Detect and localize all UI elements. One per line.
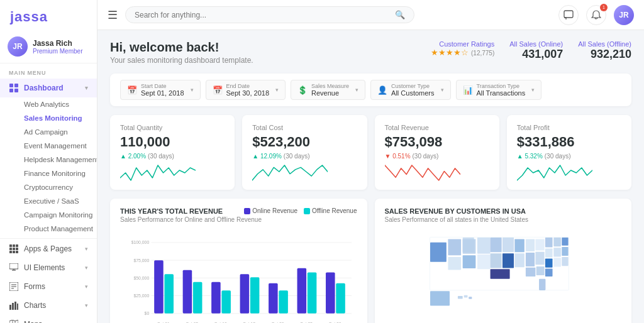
sidebar-item-ui-elements[interactable]: UI Elements ▾ bbox=[0, 258, 97, 277]
filter-transaction-type[interactable]: 📊 Transaction Type All Transactions ▾ bbox=[456, 80, 542, 100]
svg-rect-9 bbox=[16, 248, 18, 250]
sidebar-item-cryptocurrency[interactable]: Cryptocurrency bbox=[0, 180, 97, 194]
notification-badge: 1 bbox=[600, 4, 608, 11]
kpi-sparkline-0 bbox=[120, 163, 225, 183]
sidebar-item-maps[interactable]: Maps ▾ bbox=[0, 315, 97, 323]
svg-rect-94 bbox=[469, 297, 472, 299]
topbar-icons: 1 JR bbox=[558, 5, 634, 25]
sidebar-item-charts[interactable]: Charts ▾ bbox=[0, 296, 97, 315]
customer-ratings-label: Customer Ratings bbox=[431, 40, 494, 48]
chevron-icon: ▾ bbox=[85, 85, 88, 91]
svg-rect-27 bbox=[564, 11, 573, 18]
filter-start-label: Start Date bbox=[141, 83, 184, 89]
map-chart-title: SALES REVENUE BY CUSTOMERS IN USA bbox=[385, 207, 622, 215]
svg-rect-73 bbox=[525, 239, 534, 251]
legend-dot-0 bbox=[244, 208, 250, 214]
sidebar-section-label: MAIN MENU bbox=[0, 63, 97, 79]
svg-rect-86 bbox=[490, 269, 509, 279]
sidebar-charts-label: Charts bbox=[24, 301, 46, 310]
svg-rect-8 bbox=[13, 248, 15, 250]
sidebar-item-executive-saas[interactable]: Executive / SaaS bbox=[0, 194, 97, 208]
sidebar-item-product-management[interactable]: Product Management bbox=[0, 222, 97, 236]
user-avatar[interactable]: JR bbox=[614, 5, 634, 25]
chat-button[interactable] bbox=[558, 5, 579, 25]
sidebar-item-event-management[interactable]: Event Management bbox=[0, 139, 97, 153]
svg-rect-13 bbox=[9, 263, 18, 269]
filter-start-date[interactable]: 📅 Start Date Sept 01, 2018 ▾ bbox=[120, 80, 201, 100]
filter-sales-chevron: ▾ bbox=[355, 87, 358, 93]
svg-rect-80 bbox=[545, 248, 552, 257]
user-name: Jassa Rich bbox=[33, 39, 82, 48]
svg-rect-64 bbox=[462, 239, 475, 254]
chevron-forms-icon: ▾ bbox=[85, 283, 88, 290]
filter-end-label: End Date bbox=[226, 83, 270, 89]
svg-rect-57 bbox=[336, 283, 345, 314]
sidebar-item-web-analytics[interactable]: Web Analytics bbox=[0, 97, 97, 111]
sidebar-forms-label: Forms bbox=[24, 282, 45, 291]
svg-text:$50,000: $50,000 bbox=[134, 276, 150, 280]
sidebar-item-apps-pages[interactable]: Apps & Pages ▾ bbox=[0, 238, 97, 258]
svg-rect-93 bbox=[464, 295, 467, 298]
sidebar-item-helpdesk-management[interactable]: Helpdesk Management bbox=[0, 153, 97, 167]
kpi-sparkline-2 bbox=[385, 163, 489, 183]
menu-icon[interactable]: ☰ bbox=[108, 8, 118, 22]
kpi-change-2: ▼ 0.51% (30 days) bbox=[385, 153, 489, 160]
filter-sales-measure[interactable]: 💲 Sales Measure Revenue ▾ bbox=[291, 80, 365, 100]
svg-rect-66 bbox=[477, 255, 490, 269]
kpi-change-3: ▲ 5.32% (30 days) bbox=[517, 153, 621, 160]
svg-rect-39 bbox=[164, 274, 174, 313]
svg-rect-20 bbox=[9, 305, 11, 310]
filter-customer-type[interactable]: 👤 Customer Type All Customers ▾ bbox=[370, 80, 450, 100]
svg-text:$25,000: $25,000 bbox=[134, 293, 150, 298]
legend-item-0: Online Revenue bbox=[244, 207, 297, 214]
svg-rect-2 bbox=[9, 89, 13, 92]
quick-stats: Customer Ratings ★★★★☆ (12,775) All Sale… bbox=[431, 40, 631, 61]
sidebar-apps-pages-label: Apps & Pages bbox=[24, 244, 72, 253]
kpi-arrow-0: ▲ 2.00% bbox=[120, 153, 146, 160]
ui-icon bbox=[9, 263, 19, 273]
sidebar-item-campaign-monitoring[interactable]: Campaign Monitoring bbox=[0, 208, 97, 222]
svg-rect-83 bbox=[545, 259, 552, 268]
all-sales-offline-label: All Sales (Offline) bbox=[578, 40, 631, 48]
notification-button[interactable]: 1 bbox=[586, 5, 606, 25]
search-input[interactable] bbox=[135, 11, 395, 19]
chevron-ui-icon: ▾ bbox=[85, 265, 88, 271]
sidebar-item-ad-campaign[interactable]: Ad Campaign bbox=[0, 125, 97, 139]
kpi-change-0: ▲ 2.00% (30 days) bbox=[120, 153, 225, 160]
svg-rect-78 bbox=[553, 238, 561, 246]
svg-rect-63 bbox=[462, 255, 475, 268]
filter-end-value: Sept 30, 2018 bbox=[226, 89, 270, 97]
topbar: ☰ 🔍 1 JR bbox=[97, 0, 644, 30]
svg-rect-68 bbox=[490, 253, 501, 268]
filter-bar: 📅 Start Date Sept 01, 2018 ▾ 📅 End Date … bbox=[110, 74, 631, 106]
svg-rect-10 bbox=[9, 251, 12, 253]
all-sales-online-stat: All Sales (Online) 431,007 bbox=[509, 40, 563, 61]
sidebar-item-forms[interactable]: Forms ▾ bbox=[0, 277, 97, 296]
svg-rect-84 bbox=[553, 258, 561, 266]
svg-rect-82 bbox=[562, 247, 568, 256]
content-area: Hi, welcome back! Your sales monitoring … bbox=[97, 30, 644, 323]
brand-logo: jassa bbox=[0, 0, 97, 31]
usa-map-svg bbox=[385, 229, 622, 323]
svg-rect-77 bbox=[545, 238, 552, 248]
svg-rect-92 bbox=[457, 296, 462, 299]
sidebar-item-finance-monitoring[interactable]: Finance Monitoring bbox=[0, 167, 97, 180]
form-icon bbox=[9, 282, 19, 292]
revenue-chart-subtitle: Sales Performance for Online and Offline… bbox=[120, 216, 357, 223]
filter-transaction-label: Transaction Type bbox=[477, 83, 526, 89]
calendar2-icon: 📅 bbox=[213, 85, 223, 95]
filter-end-date[interactable]: 📅 End Date Sept 30, 2018 ▾ bbox=[206, 80, 286, 100]
sidebar-item-dashboard[interactable]: Dashboard ▾ bbox=[0, 79, 97, 97]
kpi-period-1: (30 days) bbox=[284, 153, 310, 160]
sidebar-item-sales-monitoring[interactable]: Sales Monitoring bbox=[0, 111, 97, 125]
welcome-bar: Hi, welcome back! Your sales monitoring … bbox=[110, 40, 631, 65]
svg-rect-70 bbox=[502, 253, 513, 268]
kpi-card-1: Total Cost $523,200 ▲ 12.09% (30 days) bbox=[242, 115, 367, 190]
svg-rect-44 bbox=[211, 282, 221, 314]
filter-start-value: Sept 01, 2018 bbox=[141, 89, 184, 97]
calendar-icon: 📅 bbox=[127, 85, 137, 95]
kpi-sparkline-3 bbox=[517, 163, 621, 183]
kpi-title-1: Total Cost bbox=[252, 124, 357, 131]
kpi-change-1: ▲ 12.09% (30 days) bbox=[252, 153, 357, 160]
kpi-arrow-1: ▲ 12.09% bbox=[252, 153, 282, 160]
